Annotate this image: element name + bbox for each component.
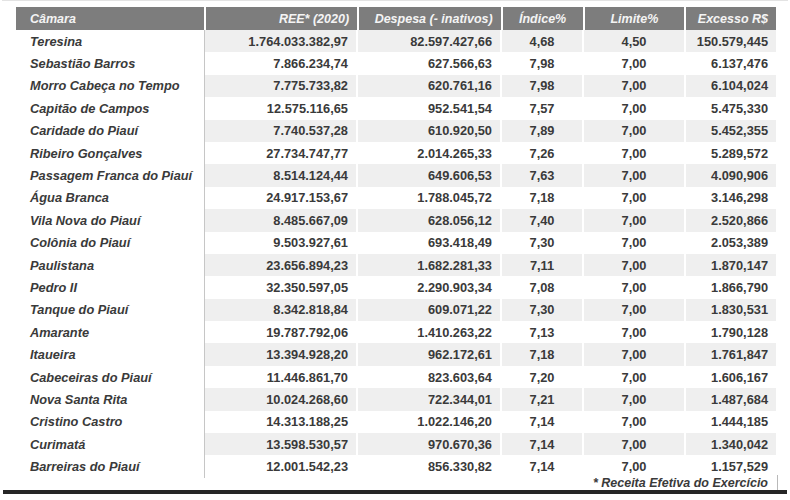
cell-ree: 14.313.188,25 — [204, 411, 356, 433]
cell-limite: 7,00 — [584, 164, 684, 186]
cell-camara: Paulistana — [16, 254, 204, 276]
cell-ree: 13.394.928,20 — [204, 343, 356, 365]
cell-camara: Tanque do Piauí — [16, 299, 204, 321]
cell-indice: 7,14 — [502, 411, 582, 433]
cell-excesso: 2.520,866 — [686, 209, 776, 231]
cell-despesa: 649.606,53 — [358, 164, 500, 186]
table-row: Água Branca24.917.153,671.788.045,727,18… — [16, 187, 776, 209]
cell-indice: 7,14 — [502, 455, 582, 477]
cell-limite: 7,00 — [584, 52, 684, 74]
cell-despesa: 856.330,82 — [358, 455, 500, 477]
cell-limite: 7,00 — [584, 299, 684, 321]
table-row: Caridade do Piauí7.740.537,28610.920,507… — [16, 120, 776, 142]
cell-excesso: 1.606,167 — [686, 366, 776, 388]
cell-camara: Capitão de Campos — [16, 97, 204, 119]
cell-indice: 7,20 — [502, 366, 582, 388]
table-row: Paulistana23.656.894,231.682.281,337,117… — [16, 254, 776, 276]
cell-despesa: 82.597.427,66 — [358, 30, 500, 52]
column-header-camara: Câmara — [16, 7, 204, 30]
cell-despesa: 610.920,50 — [358, 120, 500, 142]
column-header-despesa: Despesa (- inativos) — [359, 7, 501, 30]
cell-indice: 7,13 — [502, 321, 582, 343]
cell-despesa: 1.022.146,20 — [358, 411, 500, 433]
table-row: Sebastião Barros7.866.234,74627.566,637,… — [16, 52, 776, 74]
table-row: Vila Nova do Piauí8.485.667,09628.056,12… — [16, 209, 776, 231]
cell-limite: 7,00 — [584, 366, 684, 388]
cell-excesso: 3.146,298 — [686, 187, 776, 209]
cell-limite: 7,00 — [584, 433, 684, 455]
cell-camara: Barreiras do Piauí — [16, 455, 204, 477]
cell-despesa: 1.410.263,22 — [358, 321, 500, 343]
cell-ree: 7.775.733,82 — [204, 75, 356, 97]
cell-excesso: 5.475,330 — [686, 97, 776, 119]
table-row: Capitão de Campos12.575.116,65952.541,54… — [16, 97, 776, 119]
cell-despesa: 1.788.045,72 — [358, 187, 500, 209]
cell-ree: 12.575.116,65 — [204, 97, 356, 119]
table-row: Cabeceiras do Piauí11.446.861,70823.603,… — [16, 366, 776, 388]
cell-ree: 11.446.861,70 — [204, 366, 356, 388]
cell-ree: 1.764.033.382,97 — [204, 30, 356, 52]
cell-limite: 7,00 — [584, 455, 684, 477]
cell-camara: Nova Santa Rita — [16, 388, 204, 410]
expense-limit-table: CâmaraREE* (2020)Despesa (- inativos)Índ… — [16, 7, 776, 478]
cell-excesso: 1.866,790 — [686, 276, 776, 298]
cell-indice: 7,98 — [502, 52, 582, 74]
cell-despesa: 722.344,01 — [358, 388, 500, 410]
cell-ree: 8.514.124,44 — [204, 164, 356, 186]
cell-ree: 8.485.667,09 — [204, 209, 356, 231]
cell-limite: 7,00 — [584, 254, 684, 276]
cell-despesa: 1.682.281,33 — [358, 254, 500, 276]
cell-indice: 7,30 — [502, 232, 582, 254]
cell-ree: 10.024.268,60 — [204, 388, 356, 410]
cell-camara: Ribeiro Gonçalves — [16, 142, 204, 164]
cell-despesa: 2.014.265,33 — [358, 142, 500, 164]
cell-ree: 32.350.597,05 — [204, 276, 356, 298]
cell-excesso: 5.289,572 — [686, 142, 776, 164]
cell-ree: 8.342.818,84 — [204, 299, 356, 321]
column-header-indice: Índice% — [503, 7, 583, 30]
table-row: Passagem Franca do Piauí8.514.124,44649.… — [16, 164, 776, 186]
cell-limite: 7,00 — [584, 388, 684, 410]
cell-excesso: 1.340,042 — [686, 433, 776, 455]
cell-indice: 7,89 — [502, 120, 582, 142]
cell-limite: 7,00 — [584, 276, 684, 298]
table-row: Tanque do Piauí8.342.818,84609.071,227,3… — [16, 299, 776, 321]
cell-indice: 7,14 — [502, 433, 582, 455]
cell-indice: 7,18 — [502, 343, 582, 365]
cell-ree: 27.734.747,77 — [204, 142, 356, 164]
cell-excesso: 5.452,355 — [686, 120, 776, 142]
cell-camara: Curimatá — [16, 433, 204, 455]
cell-ree: 19.787.792,06 — [204, 321, 356, 343]
cell-excesso: 1.157,529 — [686, 455, 776, 477]
cell-camara: Passagem Franca do Piauí — [16, 164, 204, 186]
cell-camara: Sebastião Barros — [16, 52, 204, 74]
cell-ree: 13.598.530,57 — [204, 433, 356, 455]
cell-ree: 7.740.537,28 — [204, 120, 356, 142]
cell-despesa: 620.761,16 — [358, 75, 500, 97]
cell-indice: 7,40 — [502, 209, 582, 231]
bottom-border-rule — [3, 490, 787, 494]
cell-camara: Água Branca — [16, 187, 204, 209]
cell-ree: 7.866.234,74 — [204, 52, 356, 74]
cell-despesa: 627.566,63 — [358, 52, 500, 74]
table-header-row: CâmaraREE* (2020)Despesa (- inativos)Índ… — [16, 7, 776, 30]
cell-excesso: 6.137,476 — [686, 52, 776, 74]
cell-limite: 7,00 — [584, 411, 684, 433]
cell-camara: Vila Nova do Piauí — [16, 209, 204, 231]
cell-indice: 7,63 — [502, 164, 582, 186]
cell-despesa: 823.603,64 — [358, 366, 500, 388]
cell-excesso: 1.870,147 — [686, 254, 776, 276]
cell-excesso: 1.487,684 — [686, 388, 776, 410]
cell-despesa: 609.071,22 — [358, 299, 500, 321]
column-header-limite: Limite% — [585, 7, 685, 30]
cell-despesa: 693.418,49 — [358, 232, 500, 254]
cell-despesa: 628.056,12 — [358, 209, 500, 231]
cell-indice: 7,11 — [502, 254, 582, 276]
table-row: Ribeiro Gonçalves27.734.747,772.014.265,… — [16, 142, 776, 164]
cell-indice: 7,57 — [502, 97, 582, 119]
cell-excesso: 1.761,847 — [686, 343, 776, 365]
cell-ree: 9.503.927,61 — [204, 232, 356, 254]
cell-camara: Pedro II — [16, 276, 204, 298]
cell-ree: 23.656.894,23 — [204, 254, 356, 276]
report-table-screenshot: CâmaraREE* (2020)Despesa (- inativos)Índ… — [0, 0, 790, 500]
